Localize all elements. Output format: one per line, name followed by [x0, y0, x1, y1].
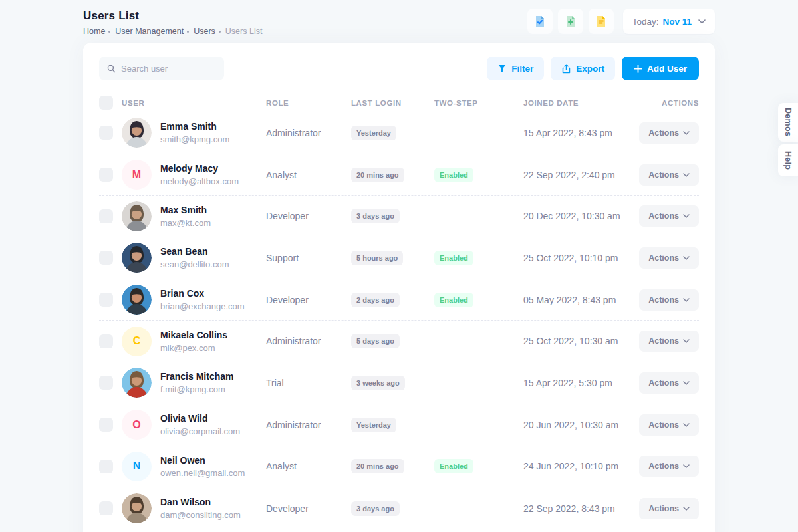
chevron-down-icon [683, 464, 690, 468]
user-name[interactable]: Olivia Wild [160, 413, 240, 424]
chevron-down-icon [698, 19, 706, 24]
user-info: Olivia Wild olivia@corpmail.com [160, 413, 240, 436]
actions-button[interactable]: Actions [639, 456, 699, 477]
chevron-down-icon [683, 214, 690, 218]
two-step-badge: Enabled [434, 251, 473, 265]
breadcrumb-separator [219, 31, 221, 33]
select-all-cell [99, 96, 122, 110]
last-login-cell: 5 hours ago [351, 251, 434, 265]
page-heading: Users List Home User Management Users Us… [83, 7, 262, 36]
actions-button[interactable]: Actions [639, 205, 699, 227]
chevron-down-icon [683, 173, 690, 177]
user-name[interactable]: Brian Cox [160, 288, 245, 299]
actions-button[interactable]: Actions [639, 289, 699, 311]
column-header-user: USER [122, 99, 266, 107]
row-checkbox[interactable] [99, 418, 113, 432]
user-info: Neil Owen owen.neil@gmail.com [160, 455, 245, 478]
user-name[interactable]: Melody Macy [160, 163, 239, 174]
user-info: Brian Cox brian@exchange.com [160, 288, 245, 311]
row-checkbox[interactable] [99, 168, 113, 182]
row-checkbox[interactable] [99, 209, 113, 223]
avatar[interactable]: C [122, 327, 152, 356]
search-input[interactable] [121, 64, 216, 74]
chevron-down-icon [683, 507, 690, 511]
filter-button[interactable]: Filter [487, 57, 544, 80]
actions-button[interactable]: Actions [639, 164, 699, 186]
user-name[interactable]: Francis Mitcham [160, 371, 233, 382]
actions-button[interactable]: Actions [639, 331, 699, 352]
avatar[interactable] [122, 285, 152, 315]
column-header-role: ROLE [266, 99, 351, 107]
user-name[interactable]: Dan Wilson [160, 497, 241, 507]
breadcrumb-item-users[interactable]: Users [194, 27, 215, 36]
avatar[interactable] [122, 368, 152, 398]
last-login-badge: 5 days ago [351, 334, 400, 348]
last-login-cell: 3 weeks ago [351, 376, 434, 390]
select-all-checkbox[interactable] [99, 96, 113, 110]
two-step-cell: Enabled [434, 459, 523, 473]
search-box [99, 57, 224, 80]
user-cell: Francis Mitcham f.mit@kpmg.com [122, 368, 266, 398]
actions-button[interactable]: Actions [639, 372, 699, 394]
chevron-down-icon [683, 256, 690, 260]
avatar[interactable] [122, 493, 152, 523]
row-checkbox-cell [99, 418, 122, 432]
row-checkbox[interactable] [99, 334, 113, 348]
column-header-two-step: TWO-STEP [434, 99, 523, 107]
user-info: Emma Smith smith@kpmg.com [160, 121, 229, 144]
user-cell: Dan Wilson dam@consilting.com [122, 493, 266, 523]
add-user-button[interactable]: Add User [622, 57, 699, 80]
user-cell: N Neil Owen owen.neil@gmail.com [122, 452, 266, 481]
breadcrumb-item-home[interactable]: Home [83, 27, 105, 36]
breadcrumb-item-user-management[interactable]: User Management [115, 27, 184, 36]
actions-button[interactable]: Actions [639, 247, 699, 269]
table-row: Brian Cox brian@exchange.com Developer 2… [99, 279, 699, 321]
date-value: Nov 11 [662, 17, 692, 27]
row-checkbox[interactable] [99, 126, 113, 140]
chevron-down-icon [683, 131, 690, 135]
user-email: dam@consilting.com [160, 510, 241, 520]
user-email: melody@altbox.com [160, 176, 239, 186]
date-picker[interactable]: Today: Nov 11 [623, 9, 715, 34]
user-name[interactable]: Max Smith [160, 205, 211, 215]
last-login-badge: Yesterday [351, 418, 396, 432]
actions-button[interactable]: Actions [639, 414, 699, 436]
last-login-badge: Yesterday [351, 126, 396, 140]
avatar[interactable]: O [122, 410, 152, 440]
users-table: USER ROLE LAST LOGIN TWO-STEP JOINED DAT… [99, 94, 699, 529]
row-checkbox[interactable] [99, 460, 113, 473]
user-name[interactable]: Neil Owen [160, 455, 245, 466]
avatar[interactable]: M [122, 160, 152, 190]
export-button[interactable]: Export [551, 57, 615, 80]
joined-date-cell: 22 Sep 2022, 8:43 pm [523, 503, 632, 514]
user-name[interactable]: Sean Bean [160, 246, 229, 257]
row-checkbox-cell [99, 501, 122, 515]
avatar[interactable] [122, 243, 152, 273]
demos-tab[interactable]: Demos [778, 103, 798, 142]
row-checkbox[interactable] [99, 251, 113, 265]
joined-date-cell: 05 May 2022, 8:43 pm [523, 295, 632, 305]
user-name[interactable]: Emma Smith [160, 121, 229, 132]
avatar[interactable]: N [122, 452, 152, 481]
row-checkbox[interactable] [99, 293, 113, 307]
user-email: sean@dellito.com [160, 259, 229, 269]
avatar[interactable] [122, 201, 152, 231]
user-email: smith@kpmg.com [160, 134, 229, 144]
help-tab[interactable]: Help [778, 144, 798, 176]
column-header-last-login: LAST LOGIN [351, 99, 434, 107]
doc-lines-icon[interactable] [589, 9, 614, 34]
actions-button[interactable]: Actions [639, 498, 699, 519]
two-step-badge: Enabled [434, 293, 473, 307]
doc-check-icon[interactable] [527, 9, 553, 34]
breadcrumb: Home User Management Users Users List [83, 27, 262, 36]
actions-button[interactable]: Actions [639, 122, 699, 144]
row-checkbox-cell [99, 251, 122, 265]
doc-plus-icon[interactable] [558, 9, 583, 34]
row-checkbox[interactable] [99, 501, 113, 515]
last-login-cell: 3 days ago [351, 501, 434, 516]
avatar[interactable] [122, 118, 152, 148]
row-checkbox[interactable] [99, 376, 113, 390]
user-cell: Max Smith max@kt.com [122, 201, 266, 231]
joined-date-cell: 24 Jun 2022, 10:10 pm [523, 461, 632, 471]
user-name[interactable]: Mikaela Collins [160, 330, 227, 340]
